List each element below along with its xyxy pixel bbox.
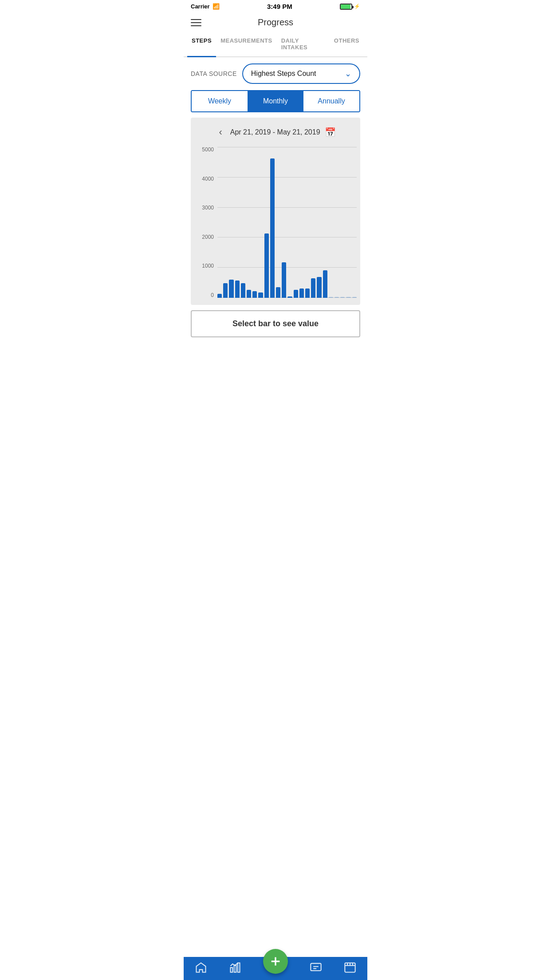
bar-item[interactable] [299, 288, 304, 298]
bar-item[interactable] [229, 280, 233, 298]
bar-item[interactable] [258, 292, 263, 298]
data-source-label: DATA SOURCE [191, 70, 237, 77]
bar-item[interactable] [264, 233, 269, 298]
bar-item[interactable] [252, 291, 257, 298]
status-bar: Carrier 📶 3:49 PM ⚡ [184, 0, 367, 13]
bar-item[interactable] [217, 294, 222, 298]
battery-fill [341, 4, 350, 9]
table-row[interactable] [352, 297, 357, 298]
bars-area [217, 147, 357, 298]
bar-item[interactable] [317, 277, 321, 298]
chart-nav-row: ‹ Apr 21, 2019 - May 21, 2019 📅 [194, 123, 357, 147]
tab-measurements[interactable]: MEASUREMENTS [216, 32, 277, 57]
data-source-row: DATA SOURCE Highest Steps Count ⌄ [184, 57, 367, 90]
y-label-2000: 2000 [194, 234, 217, 240]
y-label-1000: 1000 [194, 263, 217, 269]
tab-daily-intakes[interactable]: DAILY INTAKES [277, 32, 330, 57]
bar-item[interactable] [294, 290, 298, 298]
grid-line [217, 177, 357, 178]
bar-item[interactable] [287, 296, 292, 298]
y-label-0: 0 [194, 292, 217, 298]
grid-line [217, 237, 357, 237]
header: Progress [184, 13, 367, 32]
bar-item[interactable] [235, 281, 240, 298]
data-source-select[interactable]: Highest Steps Count ⌄ [242, 63, 360, 84]
period-toggle: Weekly Monthly Annually [191, 90, 360, 112]
bar-item[interactable] [282, 262, 286, 298]
grid-line [217, 267, 357, 268]
period-annually[interactable]: Annually [303, 91, 359, 111]
bar-item[interactable] [276, 287, 280, 298]
chevron-down-icon: ⌄ [345, 69, 351, 79]
bar-item[interactable] [241, 283, 245, 298]
table-row[interactable] [329, 297, 333, 298]
status-right: ⚡ [340, 4, 360, 10]
grid-lines [217, 147, 357, 298]
period-monthly[interactable]: Monthly [248, 91, 303, 111]
charging-icon: ⚡ [354, 4, 360, 9]
y-label-5000: 5000 [194, 147, 217, 152]
tab-steps[interactable]: STEPS [187, 32, 216, 57]
table-row[interactable] [346, 297, 350, 298]
chart-container: ‹ Apr 21, 2019 - May 21, 2019 📅 5000 400… [191, 118, 360, 305]
bar-item[interactable] [323, 270, 327, 298]
menu-button[interactable] [191, 19, 201, 26]
chart-date-range: Apr 21, 2019 - May 21, 2019 [230, 128, 320, 136]
bar-item[interactable] [247, 290, 251, 298]
select-bar-text: Select bar to see value [232, 319, 319, 328]
bar-item[interactable] [270, 158, 275, 298]
select-bar-box: Select bar to see value [191, 310, 360, 337]
grid-line [217, 207, 357, 208]
bar-item[interactable] [223, 283, 228, 298]
period-weekly[interactable]: Weekly [192, 91, 248, 111]
battery-icon [340, 4, 352, 10]
y-label-3000: 3000 [194, 205, 217, 210]
bar-chart: 5000 4000 3000 2000 1000 0 [194, 147, 357, 298]
grid-line [217, 147, 357, 147]
bar-item[interactable] [311, 278, 315, 298]
bar-item[interactable] [305, 288, 310, 298]
calendar-icon[interactable]: 📅 [325, 127, 336, 138]
status-left: Carrier 📶 [191, 3, 220, 10]
table-row[interactable] [340, 297, 345, 298]
tab-others[interactable]: OTHERS [330, 32, 364, 57]
chart-prev-button[interactable]: ‹ [215, 125, 225, 140]
nav-tabs: STEPS MEASUREMENTS DAILY INTAKES OTHERS [184, 32, 367, 57]
page-title: Progress [258, 17, 293, 28]
table-row[interactable] [335, 297, 339, 298]
y-label-4000: 4000 [194, 176, 217, 182]
status-time: 3:49 PM [267, 3, 292, 10]
y-axis: 5000 4000 3000 2000 1000 0 [194, 147, 217, 298]
data-source-value: Highest Steps Count [251, 70, 316, 78]
carrier-label: Carrier [191, 3, 210, 10]
wifi-icon: 📶 [213, 3, 220, 10]
